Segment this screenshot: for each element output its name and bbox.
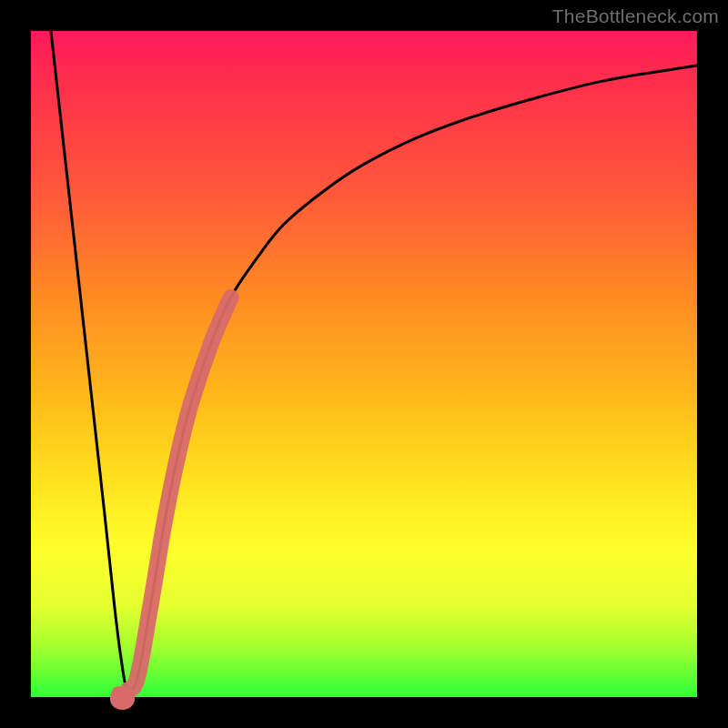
highlight-segment [127,298,230,691]
chart-plot-area [31,31,697,697]
highlight-layer [116,298,231,703]
chart-svg [31,31,697,697]
chart-frame: TheBottleneck.com [0,0,728,728]
watermark-label: TheBottleneck.com [552,5,719,27]
highlight-hook-icon [116,693,128,703]
